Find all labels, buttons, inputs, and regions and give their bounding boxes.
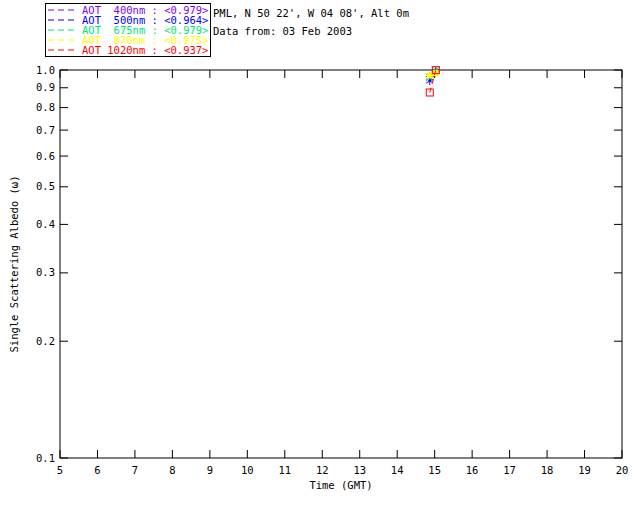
y-tick-label: 0.2 [36,335,55,347]
legend-dashed-line [48,17,78,23]
chart-canvas: 5678910111213141516171819201.00.90.80.70… [0,0,640,512]
x-tick-label: 9 [207,464,213,476]
x-tick-label: 6 [94,464,100,476]
legend-dashed-line [48,27,78,33]
plot-subtitle: Data from: 03 Feb 2003 [213,25,352,37]
y-axis-title: Single Scattering Albedo (ω) [8,175,20,352]
x-tick-label: 13 [353,464,366,476]
x-tick-label: 15 [428,464,441,476]
x-tick-label: 18 [541,464,554,476]
x-tick-label: 5 [57,464,63,476]
x-tick-label: 16 [466,464,479,476]
y-tick-label: 0.1 [36,452,55,464]
y-tick-label: 0.9 [36,81,55,93]
legend-dashed-line [48,37,78,43]
x-tick-label: 17 [503,464,516,476]
y-tick-label: 0.5 [36,180,55,192]
y-tick-label: 1.0 [36,64,55,76]
legend-dashed-line [48,47,78,53]
plot-title: PML, N 50 22', W 04 08', Alt 0m [213,7,409,19]
y-tick-label: 0.3 [36,266,55,278]
x-tick-label: 12 [316,464,329,476]
y-tick-label: 0.8 [36,101,55,113]
x-axis-title: Time (GMT) [309,479,372,491]
legend-item: AOT 1020nm : <0.937> [48,45,208,55]
plot-window: 5678910111213141516171819201.00.90.80.70… [0,0,640,512]
y-tick-label: 0.7 [36,124,55,136]
x-tick-label: 14 [391,464,404,476]
legend-dashed-line [48,7,78,13]
x-tick-label: 8 [169,464,175,476]
y-tick-label: 0.4 [36,218,55,230]
x-tick-label: 19 [578,464,591,476]
legend-item-label: AOT 1020nm : <0.937> [82,45,208,55]
x-tick-label: 10 [241,464,254,476]
plot-frame [60,70,622,458]
legend: AOT 400nm : <0.979>AOT 500nm : <0.964>AO… [45,3,211,57]
x-tick-label: 11 [278,464,291,476]
x-tick-label: 20 [616,464,629,476]
x-tick-label: 7 [132,464,138,476]
y-tick-label: 0.6 [36,150,55,162]
